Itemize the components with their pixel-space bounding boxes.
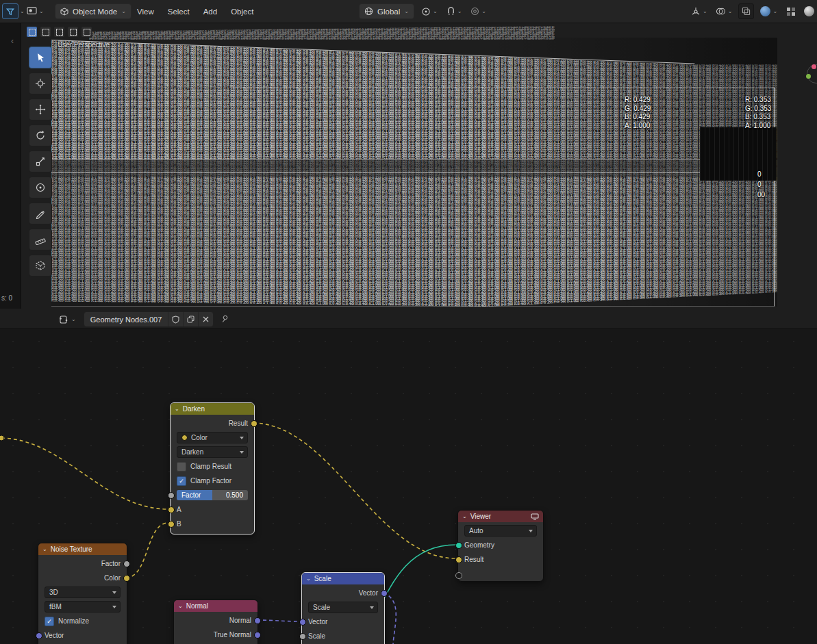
input-row-vector: Vector [38,628,127,643]
node-noise-header[interactable]: ⌄ Noise Texture [38,543,127,555]
tool-transform[interactable] [29,177,52,198]
socket-extend-input[interactable] [455,572,462,579]
render-pass-button[interactable] [783,4,798,18]
node-noise-texture[interactable]: ⌄ Noise Texture Factor Color 3D [38,543,127,644]
show-gizmo-dropdown[interactable]: ⌄ [689,4,709,18]
tool-measure[interactable] [29,229,52,250]
clamp-factor-checkbox[interactable]: ✓ [177,476,186,486]
dashed-box-icon [84,29,90,36]
snap-toggle[interactable]: ⌄ [444,4,464,18]
socket-result-input[interactable] [455,556,462,563]
tool-rotate[interactable] [29,125,52,146]
link-offscreen-to-darken-a[interactable] [1,438,168,509]
node-editor-type-selector[interactable]: ⌄ [58,312,78,326]
new-copy-button[interactable] [183,312,198,326]
collapse-icon[interactable]: ⌄ [306,576,311,582]
link-scale-vector-out-down[interactable] [384,593,396,644]
node-scale[interactable]: ⌄ Scale Vector Scale Vector [301,572,385,644]
socket-factor-input[interactable] [168,492,175,499]
node-normal[interactable]: ⌄ Normal Normal True Normal [173,600,258,644]
tool-cursor[interactable] [29,73,52,94]
socket-true-normal-output[interactable] [254,632,261,639]
node-viewer[interactable]: ⌄ Viewer Auto Geometry [457,510,544,582]
socket-vector-output[interactable] [381,590,388,597]
collapse-icon[interactable]: ⌄ [42,547,47,552]
socket-geometry-input[interactable] [455,542,462,549]
socket-b-input[interactable] [168,521,175,528]
3d-viewport[interactable]: R:0.429 G:0.429 B:0.429 A:1.000 R:0.429 … [0,23,817,309]
collapse-icon[interactable]: ⌄ [178,604,183,609]
socket-scale-input[interactable] [299,633,306,640]
xray-toggle[interactable] [738,3,754,19]
readout-line: 00 [757,190,765,200]
menu-view[interactable]: View [130,0,161,23]
editor-type-selector[interactable]: ⌄ [25,4,46,18]
link-noise-color-to-darken-b[interactable] [126,523,168,578]
output-row-true-normal: True Normal [174,628,257,642]
proportional-editing-dropdown[interactable]: ⌄ [468,4,488,18]
domain-dropdown[interactable]: Auto [464,525,537,537]
node-editor-canvas[interactable]: ⌄ Darken Result Color Darken [0,329,817,644]
orientation-label: Global [377,8,400,16]
transform-orientation-dropdown[interactable]: Global ⌄ [359,3,414,19]
tool-scale[interactable] [29,151,52,172]
blend-mode-dropdown[interactable]: Darken [177,446,248,458]
socket-a-input[interactable] [168,506,175,513]
normalize-checkbox[interactable]: ✓ [45,617,54,626]
link-normal-to-scale-vector[interactable] [257,620,300,621]
socket-offscreen-color[interactable] [0,435,4,441]
socket-color-output[interactable] [123,575,130,582]
collapse-icon[interactable]: ⌄ [175,407,179,412]
node-viewer-header[interactable]: ⌄ Viewer [458,511,543,522]
pin-button[interactable] [219,312,231,326]
viewport-shading-dropdown[interactable]: ⌄ [758,4,779,18]
tool-add-cube[interactable] [29,255,52,276]
noise-type-dropdown[interactable]: fBM [45,601,121,613]
node-darken-header[interactable]: ⌄ Darken [171,403,254,415]
socket-factor-output[interactable] [123,561,130,567]
tool-annotate[interactable] [29,203,52,224]
fake-user-button[interactable] [168,312,183,326]
dimensions-dropdown[interactable]: 3D [45,587,121,598]
select-mode-invert[interactable] [67,26,79,38]
mode-dropdown[interactable]: Object Mode ⌄ [55,3,131,19]
data-type-dropdown[interactable]: Color [177,432,248,443]
node-scale-header[interactable]: ⌄ Scale [302,573,384,584]
mesh-noise-band-gap: R:0.429 G:0.429 B:0.429 A:1.000 R:0.429 … [51,159,777,177]
node-editor-header: ⌄ Geometry Nodes.007 [0,309,817,329]
link-darken-result-to-viewer-result[interactable] [253,423,456,558]
socket-normal-output[interactable] [254,617,261,624]
menu-object[interactable]: Object [224,0,260,23]
socket-vector-input[interactable] [299,619,306,626]
readout-line: R: 0.429 [625,96,651,105]
operation-dropdown[interactable]: Scale [308,602,378,613]
tool-select-box[interactable] [29,47,52,68]
navigation-gizmo[interactable] [807,64,817,83]
region-collapse-arrow-icon[interactable]: ‹ [11,36,14,46]
factor-slider[interactable]: Factor 0.500 [177,490,248,500]
socket-vector-input[interactable] [36,632,42,639]
blend-mode-label: Darken [181,448,203,456]
chevron-down-icon [112,606,116,608]
shading-solid-button[interactable] [802,4,816,18]
menu-select[interactable]: Select [161,0,197,23]
socket-result-output[interactable] [251,420,257,427]
tool-move[interactable] [29,99,52,120]
select-mode-intersect[interactable] [81,26,92,38]
chevron-down-icon [112,591,116,594]
pivot-point-dropdown[interactable]: ⌄ [419,4,440,18]
select-mode-subtract[interactable] [53,26,65,38]
checkbox-label: Clamp Result [190,463,231,470]
select-mode-set[interactable] [26,26,38,38]
mesh-edge-line [51,306,775,307]
filter-editor-button[interactable] [2,3,18,19]
menu-add[interactable]: Add [197,0,224,23]
node-normal-header[interactable]: ⌄ Normal [174,600,257,612]
show-overlays-dropdown[interactable]: ⌄ [714,4,735,18]
collapse-icon[interactable]: ⌄ [462,514,467,519]
node-tree-name[interactable]: Geometry Nodes.007 [84,315,168,324]
node-darken[interactable]: ⌄ Darken Result Color Darken [170,402,255,534]
unlink-button[interactable] [198,312,213,326]
select-mode-extend[interactable] [40,26,51,38]
clamp-result-checkbox[interactable] [177,462,186,472]
